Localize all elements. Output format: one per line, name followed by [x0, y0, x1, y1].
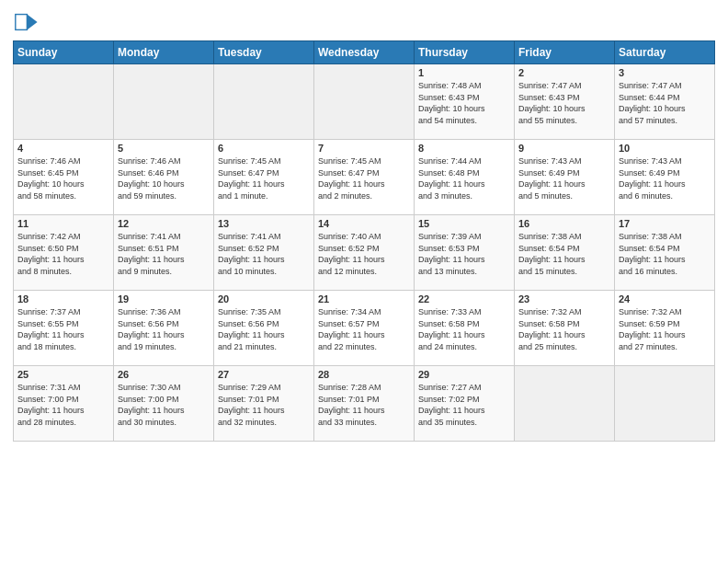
day-number: 6	[218, 143, 310, 154]
day-info: Sunrise: 7:38 AM Sunset: 6:54 PM Dayligh…	[518, 231, 610, 277]
day-info: Sunrise: 7:46 AM Sunset: 6:45 PM Dayligh…	[17, 155, 109, 201]
day-number: 15	[418, 218, 510, 229]
day-number: 9	[518, 143, 610, 154]
day-number: 21	[318, 293, 410, 304]
day-info: Sunrise: 7:46 AM Sunset: 6:46 PM Dayligh…	[118, 155, 210, 201]
week-row-1: 1Sunrise: 7:48 AM Sunset: 6:43 PM Daylig…	[14, 64, 715, 140]
day-info: Sunrise: 7:47 AM Sunset: 6:44 PM Dayligh…	[619, 80, 711, 126]
header-saturday: Saturday	[615, 41, 715, 64]
day-cell: 3Sunrise: 7:47 AM Sunset: 6:44 PM Daylig…	[615, 64, 715, 140]
day-cell: 4Sunrise: 7:46 AM Sunset: 6:45 PM Daylig…	[14, 140, 114, 215]
day-cell: 15Sunrise: 7:39 AM Sunset: 6:53 PM Dayli…	[415, 215, 515, 291]
day-info: Sunrise: 7:28 AM Sunset: 7:01 PM Dayligh…	[318, 382, 410, 428]
day-number: 12	[118, 218, 210, 229]
day-number: 2	[518, 67, 610, 78]
day-number: 23	[518, 293, 610, 304]
day-cell	[214, 64, 314, 140]
day-cell: 25Sunrise: 7:31 AM Sunset: 7:00 PM Dayli…	[14, 366, 114, 442]
day-cell: 22Sunrise: 7:33 AM Sunset: 6:58 PM Dayli…	[415, 291, 515, 366]
day-info: Sunrise: 7:31 AM Sunset: 7:00 PM Dayligh…	[17, 382, 109, 428]
day-number: 17	[619, 218, 711, 229]
day-cell: 10Sunrise: 7:43 AM Sunset: 6:49 PM Dayli…	[615, 140, 715, 215]
day-cell: 8Sunrise: 7:44 AM Sunset: 6:48 PM Daylig…	[415, 140, 515, 215]
day-number: 19	[118, 293, 210, 304]
day-cell: 19Sunrise: 7:36 AM Sunset: 6:56 PM Dayli…	[114, 291, 214, 366]
day-cell: 9Sunrise: 7:43 AM Sunset: 6:49 PM Daylig…	[515, 140, 615, 215]
header-monday: Monday	[114, 41, 214, 64]
day-cell: 27Sunrise: 7:29 AM Sunset: 7:01 PM Dayli…	[214, 366, 314, 442]
day-cell: 24Sunrise: 7:32 AM Sunset: 6:59 PM Dayli…	[615, 291, 715, 366]
day-info: Sunrise: 7:41 AM Sunset: 6:51 PM Dayligh…	[118, 231, 210, 277]
day-info: Sunrise: 7:43 AM Sunset: 6:49 PM Dayligh…	[518, 155, 610, 201]
day-number: 4	[17, 143, 109, 154]
week-row-4: 18Sunrise: 7:37 AM Sunset: 6:55 PM Dayli…	[14, 291, 715, 366]
day-info: Sunrise: 7:42 AM Sunset: 6:50 PM Dayligh…	[17, 231, 109, 277]
day-cell	[615, 366, 715, 442]
day-cell: 26Sunrise: 7:30 AM Sunset: 7:00 PM Dayli…	[114, 366, 214, 442]
day-info: Sunrise: 7:32 AM Sunset: 6:58 PM Dayligh…	[518, 306, 610, 352]
day-number: 26	[118, 369, 210, 380]
day-number: 8	[418, 143, 510, 154]
day-info: Sunrise: 7:40 AM Sunset: 6:52 PM Dayligh…	[318, 231, 410, 277]
day-cell	[515, 366, 615, 442]
day-info: Sunrise: 7:32 AM Sunset: 6:59 PM Dayligh…	[619, 306, 711, 352]
day-info: Sunrise: 7:27 AM Sunset: 7:02 PM Dayligh…	[418, 382, 510, 428]
day-cell: 23Sunrise: 7:32 AM Sunset: 6:58 PM Dayli…	[515, 291, 615, 366]
day-number: 29	[418, 369, 510, 380]
header-tuesday: Tuesday	[214, 41, 314, 64]
week-row-3: 11Sunrise: 7:42 AM Sunset: 6:50 PM Dayli…	[14, 215, 715, 291]
day-info: Sunrise: 7:44 AM Sunset: 6:48 PM Dayligh…	[418, 155, 510, 201]
day-number: 16	[518, 218, 610, 229]
day-cell: 29Sunrise: 7:27 AM Sunset: 7:02 PM Dayli…	[415, 366, 515, 442]
day-number: 18	[17, 293, 109, 304]
day-cell: 17Sunrise: 7:38 AM Sunset: 6:54 PM Dayli…	[615, 215, 715, 291]
day-info: Sunrise: 7:48 AM Sunset: 6:43 PM Dayligh…	[418, 80, 510, 126]
day-info: Sunrise: 7:41 AM Sunset: 6:52 PM Dayligh…	[218, 231, 310, 277]
day-cell: 11Sunrise: 7:42 AM Sunset: 6:50 PM Dayli…	[14, 215, 114, 291]
week-row-2: 4Sunrise: 7:46 AM Sunset: 6:45 PM Daylig…	[14, 140, 715, 215]
day-cell: 13Sunrise: 7:41 AM Sunset: 6:52 PM Dayli…	[214, 215, 314, 291]
day-info: Sunrise: 7:45 AM Sunset: 6:47 PM Dayligh…	[218, 155, 310, 201]
day-number: 14	[318, 218, 410, 229]
day-number: 10	[619, 143, 711, 154]
header-thursday: Thursday	[415, 41, 515, 64]
day-number: 3	[619, 67, 711, 78]
day-cell: 16Sunrise: 7:38 AM Sunset: 6:54 PM Dayli…	[515, 215, 615, 291]
day-info: Sunrise: 7:37 AM Sunset: 6:55 PM Dayligh…	[17, 306, 109, 352]
calendar-table: SundayMondayTuesdayWednesdayThursdayFrid…	[13, 40, 715, 442]
day-info: Sunrise: 7:34 AM Sunset: 6:57 PM Dayligh…	[318, 306, 410, 352]
day-info: Sunrise: 7:33 AM Sunset: 6:58 PM Dayligh…	[418, 306, 510, 352]
header-friday: Friday	[515, 41, 615, 64]
day-cell: 20Sunrise: 7:35 AM Sunset: 6:56 PM Dayli…	[214, 291, 314, 366]
page-header	[13, 9, 715, 35]
day-cell	[14, 64, 114, 140]
day-cell: 5Sunrise: 7:46 AM Sunset: 6:46 PM Daylig…	[114, 140, 214, 215]
day-number: 28	[318, 369, 410, 380]
day-number: 7	[318, 143, 410, 154]
day-info: Sunrise: 7:45 AM Sunset: 6:47 PM Dayligh…	[318, 155, 410, 201]
day-number: 13	[218, 218, 310, 229]
day-cell: 12Sunrise: 7:41 AM Sunset: 6:51 PM Dayli…	[114, 215, 214, 291]
day-info: Sunrise: 7:43 AM Sunset: 6:49 PM Dayligh…	[619, 155, 711, 201]
day-info: Sunrise: 7:29 AM Sunset: 7:01 PM Dayligh…	[218, 382, 310, 428]
day-number: 22	[418, 293, 510, 304]
day-cell	[114, 64, 214, 140]
day-info: Sunrise: 7:36 AM Sunset: 6:56 PM Dayligh…	[118, 306, 210, 352]
day-cell	[314, 64, 415, 140]
day-cell: 21Sunrise: 7:34 AM Sunset: 6:57 PM Dayli…	[314, 291, 415, 366]
header-sunday: Sunday	[14, 41, 114, 64]
logo-icon	[13, 9, 39, 35]
week-row-5: 25Sunrise: 7:31 AM Sunset: 7:00 PM Dayli…	[14, 366, 715, 442]
day-cell: 14Sunrise: 7:40 AM Sunset: 6:52 PM Dayli…	[314, 215, 415, 291]
day-cell: 6Sunrise: 7:45 AM Sunset: 6:47 PM Daylig…	[214, 140, 314, 215]
calendar-header-row: SundayMondayTuesdayWednesdayThursdayFrid…	[14, 41, 715, 64]
header-wednesday: Wednesday	[314, 41, 415, 64]
day-number: 25	[17, 369, 109, 380]
day-number: 11	[17, 218, 109, 229]
day-info: Sunrise: 7:35 AM Sunset: 6:56 PM Dayligh…	[218, 306, 310, 352]
logo	[13, 9, 42, 35]
day-cell: 28Sunrise: 7:28 AM Sunset: 7:01 PM Dayli…	[314, 366, 415, 442]
day-info: Sunrise: 7:39 AM Sunset: 6:53 PM Dayligh…	[418, 231, 510, 277]
day-cell: 7Sunrise: 7:45 AM Sunset: 6:47 PM Daylig…	[314, 140, 415, 215]
day-cell: 18Sunrise: 7:37 AM Sunset: 6:55 PM Dayli…	[14, 291, 114, 366]
